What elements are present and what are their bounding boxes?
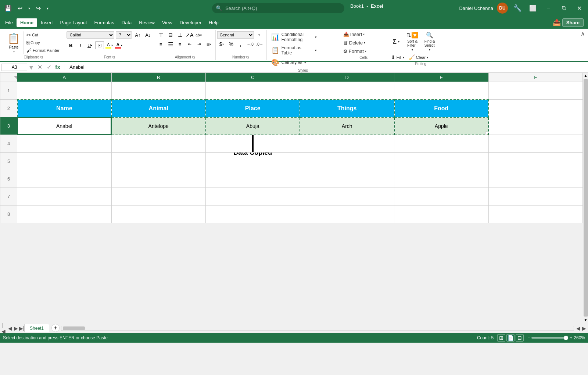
cell-f8[interactable]: [488, 206, 583, 223]
close-button[interactable]: ✕: [573, 3, 585, 13]
increase-indent-button[interactable]: ⇥: [195, 40, 204, 48]
scroll-thumb-vertical[interactable]: [584, 79, 588, 317]
decrease-font-button[interactable]: A↓: [144, 31, 153, 39]
col-header-a[interactable]: A: [17, 73, 112, 82]
menu-review[interactable]: Review: [135, 18, 158, 27]
cell-c1[interactable]: [206, 82, 300, 100]
cell-c2[interactable]: Place: [206, 100, 300, 117]
menu-insert[interactable]: Insert: [37, 18, 57, 27]
cell-d6[interactable]: [300, 170, 394, 188]
normal-view-button[interactable]: ⊞: [497, 334, 505, 342]
vertical-scrollbar[interactable]: ▲ ▼: [583, 73, 588, 323]
cell-c7[interactable]: [206, 188, 300, 206]
find-select-button[interactable]: 🔍 Find &Select ▾: [422, 31, 437, 52]
insert-function-button[interactable]: fx: [55, 64, 60, 71]
scroll-right-button[interactable]: ▶: [581, 326, 587, 331]
col-header-c[interactable]: C: [206, 73, 300, 82]
customize-qat-button[interactable]: ▾: [45, 6, 50, 11]
cell-f6[interactable]: [488, 170, 583, 188]
format-as-table-button[interactable]: 📋 Format as Table ▾: [268, 44, 320, 57]
col-header-e[interactable]: E: [394, 73, 489, 82]
menu-home[interactable]: Home: [17, 18, 37, 27]
align-middle-button[interactable]: ⊟: [166, 31, 175, 39]
menu-page-layout[interactable]: Page Layout: [57, 18, 91, 27]
row-header-1[interactable]: 1: [0, 82, 17, 100]
search-input[interactable]: [212, 3, 344, 13]
font-color-button[interactable]: A ▾: [114, 41, 123, 49]
menu-developer[interactable]: Developer: [176, 18, 205, 27]
menu-formulas[interactable]: Formulas: [91, 18, 118, 27]
cell-d2[interactable]: Things: [300, 100, 394, 117]
cell-e7[interactable]: [394, 188, 489, 206]
nav-first-sheet[interactable]: |◀: [1, 326, 7, 331]
nav-next-sheet[interactable]: ▶: [13, 326, 18, 331]
decrease-decimal-button[interactable]: ←.0: [246, 40, 255, 48]
cell-f4[interactable]: [488, 135, 583, 153]
menu-file[interactable]: File: [1, 18, 17, 27]
menu-help[interactable]: Help: [205, 18, 222, 27]
row-header-6[interactable]: 6: [0, 170, 17, 188]
scroll-left-button[interactable]: ◀: [576, 326, 581, 331]
sort-filter-button[interactable]: ⇅🔽 Sort &Filter ▾: [404, 31, 421, 52]
cell-c4[interactable]: [206, 135, 300, 153]
cell-a3[interactable]: Anabel: [17, 117, 112, 135]
row-header-4[interactable]: 4: [0, 135, 17, 153]
font-size-select[interactable]: 7: [116, 31, 132, 39]
cell-d1[interactable]: [300, 82, 394, 100]
cell-a7[interactable]: [17, 188, 112, 206]
cell-c6[interactable]: [206, 170, 300, 188]
tools-icon[interactable]: 🔧: [512, 3, 523, 13]
percent-button[interactable]: %: [227, 40, 236, 48]
cell-e1[interactable]: [394, 82, 489, 100]
align-center-button[interactable]: ☰: [166, 40, 175, 48]
cell-b4[interactable]: [111, 135, 206, 153]
page-break-view-button[interactable]: ⊟: [516, 334, 524, 342]
scroll-down-button[interactable]: ▼: [583, 317, 588, 323]
cell-b6[interactable]: [111, 170, 206, 188]
cell-d5[interactable]: [300, 153, 394, 170]
italic-button[interactable]: I: [76, 41, 85, 49]
nav-last-sheet[interactable]: ▶|: [19, 326, 24, 331]
cell-d7[interactable]: [300, 188, 394, 206]
cell-e3[interactable]: Apple 📋: [394, 117, 489, 135]
row-header-5[interactable]: 5: [0, 153, 17, 170]
text-direction-button[interactable]: ↗A: [185, 31, 194, 39]
number-expand-icon[interactable]: ⧉: [246, 55, 249, 59]
row-header-2[interactable]: 2: [0, 100, 17, 117]
wrap-text-button[interactable]: ab↵: [195, 31, 204, 39]
cell-b7[interactable]: [111, 188, 206, 206]
insert-button[interactable]: 📥 Insert ▾: [342, 31, 366, 38]
row-header-8[interactable]: 8: [0, 206, 17, 223]
cell-e4[interactable]: [394, 135, 489, 153]
menu-view[interactable]: View: [158, 18, 176, 27]
cell-f5[interactable]: [488, 153, 583, 170]
font-family-select[interactable]: Calibri: [67, 31, 114, 39]
bold-button[interactable]: B: [67, 41, 75, 49]
add-sheet-button[interactable]: +: [51, 324, 60, 332]
zoom-slider[interactable]: [531, 337, 568, 339]
ribbon-display-button[interactable]: ⬜: [527, 3, 539, 13]
cell-c5[interactable]: Data Copied: [206, 153, 300, 170]
merge-center-button[interactable]: ⊞▾: [204, 40, 213, 48]
cell-c8[interactable]: [206, 206, 300, 223]
decrease-indent-button[interactable]: ⇤: [185, 40, 194, 48]
cell-c3[interactable]: Abuja: [206, 117, 300, 135]
number-format-select[interactable]: General: [217, 31, 254, 39]
align-bottom-button[interactable]: ⊥: [176, 31, 184, 39]
zoom-in-button[interactable]: +: [570, 335, 572, 340]
cell-f1[interactable]: [488, 82, 583, 100]
cell-a5[interactable]: [17, 153, 112, 170]
cell-a4[interactable]: [17, 135, 112, 153]
row-header-7[interactable]: 7: [0, 188, 17, 206]
cell-b5[interactable]: [111, 153, 206, 170]
alignment-expand-icon[interactable]: ⧉: [192, 55, 195, 59]
cell-a1[interactable]: [17, 82, 112, 100]
cut-button[interactable]: ✂ Cut: [25, 31, 61, 39]
cell-f3[interactable]: [488, 117, 583, 135]
increase-decimal-button[interactable]: .0→: [255, 40, 264, 48]
autosum-button[interactable]: Σ ▾: [390, 31, 403, 52]
cell-f2[interactable]: [488, 100, 583, 117]
font-expand-icon[interactable]: ⧉: [112, 55, 115, 59]
redo-button[interactable]: ↪: [35, 4, 42, 12]
currency-button[interactable]: $▾: [217, 40, 226, 48]
